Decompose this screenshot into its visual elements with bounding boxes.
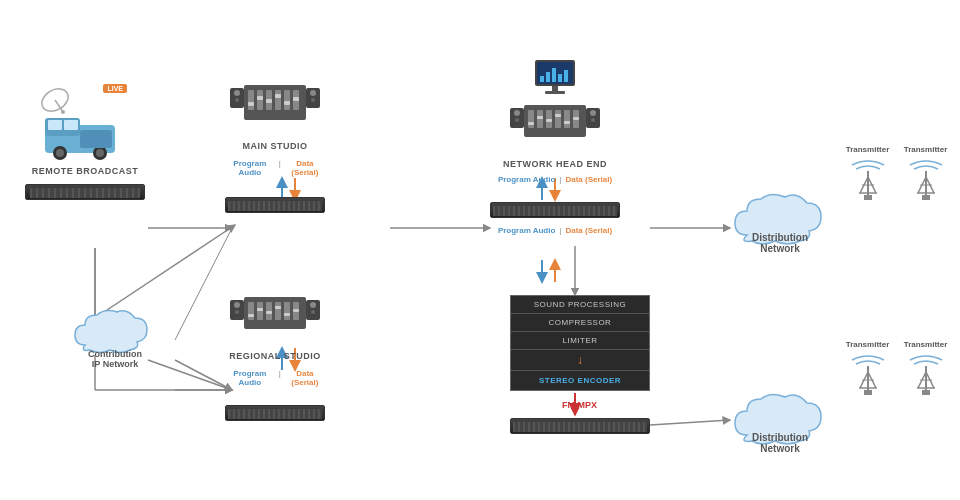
svg-rect-35 bbox=[80, 130, 112, 148]
main-studio-audio-labels: Program Audio | Data (Serial) bbox=[225, 159, 325, 177]
tower-top-left-icon bbox=[848, 157, 888, 202]
regional-studio-container: REGIONAL STUDIO Program Audio | Data (Se… bbox=[225, 295, 325, 421]
svg-point-84 bbox=[234, 302, 240, 308]
svg-rect-79 bbox=[546, 119, 552, 122]
svg-line-8 bbox=[650, 420, 730, 425]
svg-rect-50 bbox=[257, 96, 263, 100]
svg-rect-75 bbox=[564, 110, 570, 128]
svg-line-5 bbox=[175, 228, 232, 340]
svg-rect-100 bbox=[284, 313, 290, 316]
processing-box: SOUND PROCESSING COMPRESSOR LIMITER ↓ ST… bbox=[510, 295, 650, 391]
svg-rect-54 bbox=[293, 97, 299, 101]
svg-rect-57 bbox=[540, 76, 544, 82]
svg-point-68 bbox=[590, 110, 596, 116]
svg-rect-93 bbox=[275, 302, 281, 320]
network-head-end-mixer bbox=[510, 103, 600, 153]
diagram-container: LIVE REMOTE BROADCAST bbox=[0, 0, 960, 500]
distribution-network-top: Distribution Network bbox=[720, 185, 840, 254]
nhe-data-serial-2: Data (Serial) bbox=[565, 226, 612, 235]
limiter-row: LIMITER bbox=[511, 332, 649, 350]
svg-rect-113 bbox=[922, 195, 930, 200]
svg-rect-71 bbox=[528, 110, 534, 128]
svg-rect-125 bbox=[922, 390, 930, 395]
svg-point-38 bbox=[235, 98, 239, 102]
svg-rect-101 bbox=[293, 309, 299, 312]
network-head-end-container: NETWORK HEAD END Program Audio | Data (S… bbox=[490, 60, 620, 235]
svg-point-87 bbox=[310, 302, 316, 308]
regional-studio-mixer bbox=[230, 295, 320, 345]
svg-point-37 bbox=[234, 90, 240, 96]
svg-point-26 bbox=[61, 110, 65, 114]
contribution-ip-label2: IP Network bbox=[60, 359, 170, 369]
transmitter-top-right: Transmitter bbox=[898, 145, 953, 206]
svg-rect-49 bbox=[248, 102, 254, 106]
svg-point-88 bbox=[311, 310, 315, 314]
transmitter-bottom-left-label: Transmitter bbox=[840, 340, 895, 349]
main-studio-rack bbox=[225, 197, 325, 213]
tower-bottom-left-icon bbox=[848, 352, 888, 397]
nhe-audio-labels-2: Program Audio | Data (Serial) bbox=[490, 226, 620, 235]
svg-rect-81 bbox=[564, 121, 570, 124]
regional-audio-labels: Program Audio | Data (Serial) bbox=[225, 369, 325, 387]
stereo-encoder-row: STEREO ENCODER bbox=[511, 370, 649, 390]
svg-rect-80 bbox=[555, 114, 561, 117]
svg-rect-94 bbox=[284, 302, 290, 320]
svg-rect-96 bbox=[248, 314, 254, 317]
fm-rack bbox=[510, 418, 650, 434]
nhe-data-serial: Data (Serial) bbox=[565, 175, 612, 184]
svg-point-34 bbox=[96, 149, 104, 157]
transmitter-bottom-right-label: Transmitter bbox=[898, 340, 953, 349]
main-studio-mixer bbox=[230, 80, 320, 135]
main-studio-program-audio: Program Audio bbox=[225, 159, 275, 177]
svg-rect-29 bbox=[48, 120, 62, 130]
transmitter-top-left-label: Transmitter bbox=[840, 145, 895, 154]
live-badge: LIVE bbox=[103, 84, 127, 93]
svg-rect-30 bbox=[64, 120, 78, 130]
svg-rect-59 bbox=[552, 68, 556, 82]
svg-rect-46 bbox=[275, 90, 281, 110]
sound-processing-row: SOUND PROCESSING bbox=[511, 296, 649, 314]
svg-rect-77 bbox=[528, 122, 534, 125]
svg-rect-43 bbox=[248, 90, 254, 110]
tower-bottom-right-icon bbox=[906, 352, 946, 397]
regional-program-audio: Program Audio bbox=[225, 369, 275, 387]
main-studio-label: MAIN STUDIO bbox=[225, 141, 325, 151]
remote-broadcast-label: REMOTE BROADCAST bbox=[25, 166, 145, 176]
network-head-end-label: NETWORK HEAD END bbox=[490, 159, 620, 169]
svg-rect-74 bbox=[555, 110, 561, 128]
svg-rect-99 bbox=[275, 306, 281, 309]
svg-rect-63 bbox=[545, 91, 565, 94]
svg-rect-82 bbox=[573, 117, 579, 120]
svg-rect-61 bbox=[564, 70, 568, 82]
svg-point-40 bbox=[310, 90, 316, 96]
svg-point-66 bbox=[515, 118, 519, 122]
tower-top-right-icon bbox=[906, 157, 946, 202]
nhe-program-audio-2: Program Audio bbox=[498, 226, 555, 235]
transmitter-top-right-label: Transmitter bbox=[898, 145, 953, 154]
main-studio-data-serial: Data (Serial) bbox=[285, 159, 325, 177]
svg-rect-58 bbox=[546, 72, 550, 82]
nhe-program-audio: Program Audio bbox=[498, 175, 555, 184]
svg-point-65 bbox=[514, 110, 520, 116]
svg-rect-60 bbox=[558, 74, 562, 82]
svg-rect-78 bbox=[537, 116, 543, 119]
transmitter-top-left: Transmitter bbox=[840, 145, 895, 206]
regional-studio-label: REGIONAL STUDIO bbox=[225, 351, 325, 361]
svg-rect-107 bbox=[864, 195, 872, 200]
svg-rect-47 bbox=[284, 90, 290, 110]
distribution-network-bottom: Distribution Network bbox=[720, 385, 840, 454]
contribution-ip-cloud: Contribution IP Network bbox=[60, 300, 170, 369]
nhe-rack bbox=[490, 202, 620, 218]
transmitter-bottom-right: Transmitter bbox=[898, 340, 953, 401]
nhe-audio-labels: Program Audio | Data (Serial) bbox=[490, 175, 620, 184]
svg-point-32 bbox=[56, 149, 64, 157]
regional-studio-rack bbox=[225, 405, 325, 421]
fm-mpx-label: FM MPX bbox=[562, 400, 597, 410]
regional-data-serial: Data (Serial) bbox=[285, 369, 325, 387]
svg-rect-119 bbox=[864, 390, 872, 395]
svg-rect-51 bbox=[266, 99, 272, 103]
svg-rect-62 bbox=[552, 86, 558, 91]
remote-broadcast-rack bbox=[25, 184, 145, 200]
transmitter-bottom-left: Transmitter bbox=[840, 340, 895, 401]
svg-rect-53 bbox=[284, 101, 290, 105]
